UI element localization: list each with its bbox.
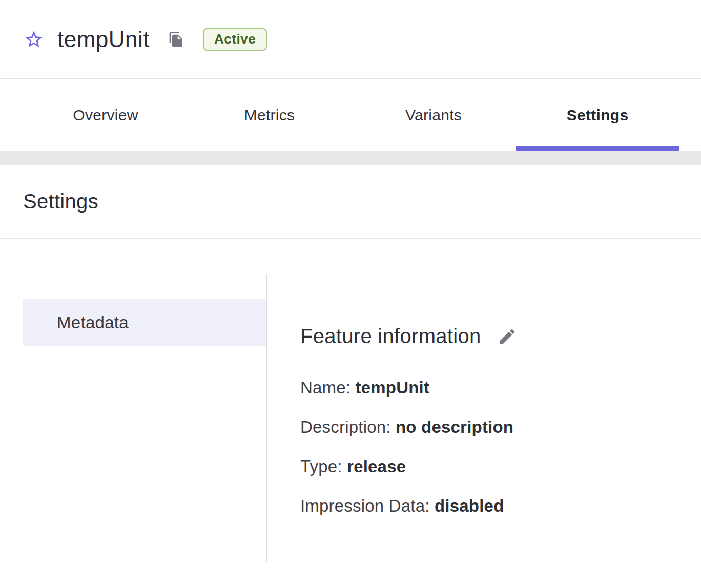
info-row-type: Type: release <box>300 456 701 477</box>
tab-overview[interactable]: Overview <box>24 79 188 151</box>
info-value: no description <box>396 417 513 436</box>
info-label: Impression Data: <box>300 496 430 515</box>
menu-item-label: Metadata <box>57 313 129 332</box>
section-separator-strip <box>0 151 701 165</box>
info-value: release <box>347 457 406 476</box>
tab-settings-label: Settings <box>567 107 629 124</box>
star-border-icon <box>24 29 44 50</box>
info-label: Name: <box>300 378 350 397</box>
info-label: Description: <box>300 417 391 436</box>
info-row-description: Description: no description <box>300 417 701 437</box>
settings-content: Metadata Feature information Name: tempU… <box>0 239 701 587</box>
feature-information-rows: Name: tempUnit Description: no descripti… <box>300 377 701 516</box>
feature-information-heading-row: Feature information <box>300 325 701 348</box>
edit-feature-button[interactable] <box>498 327 517 346</box>
feature-header: tempUnit Active <box>0 0 701 79</box>
feature-title: tempUnit <box>57 27 150 52</box>
active-tab-indicator <box>516 146 679 151</box>
info-value: disabled <box>435 496 504 515</box>
tab-settings[interactable]: Settings <box>516 79 679 151</box>
tab-metrics[interactable]: Metrics <box>188 79 352 151</box>
favorite-star-button[interactable] <box>24 29 44 50</box>
info-row-name: Name: tempUnit <box>300 377 701 398</box>
settings-heading-section: Settings <box>0 165 701 239</box>
edit-pencil-icon <box>498 327 517 346</box>
status-badge: Active <box>203 28 267 51</box>
feature-information-panel: Feature information Name: tempUnit Descr… <box>267 239 701 587</box>
menu-item-metadata[interactable]: Metadata <box>23 299 266 346</box>
copy-name-button[interactable] <box>168 31 184 48</box>
section-title: Feature information <box>300 325 481 348</box>
page-title: Settings <box>23 190 98 213</box>
tab-variants[interactable]: Variants <box>352 79 516 151</box>
info-value: tempUnit <box>356 378 430 397</box>
info-row-impression-data: Impression Data: disabled <box>300 496 701 516</box>
copy-icon <box>168 31 184 48</box>
tab-bar: Overview Metrics Variants Settings <box>0 79 701 151</box>
tabs-container: Overview Metrics Variants Settings <box>24 79 679 151</box>
feature-toggle-page: tempUnit Active Overview Metrics Variant… <box>0 0 701 588</box>
info-label: Type: <box>300 457 342 476</box>
settings-side-menu: Metadata <box>0 239 266 587</box>
